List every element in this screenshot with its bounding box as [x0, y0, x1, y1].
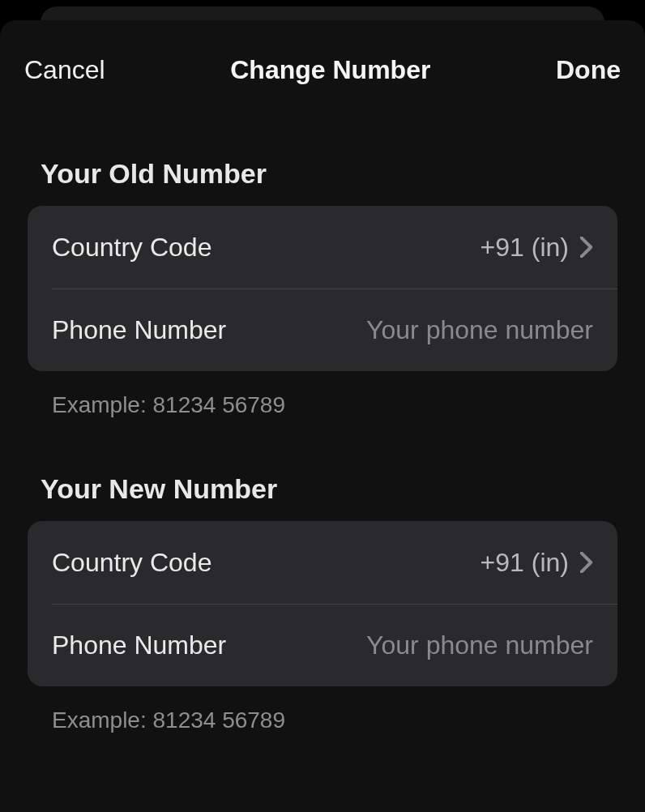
old-country-code-row[interactable]: Country Code +91 (in): [28, 206, 617, 288]
old-phone-row: Phone Number: [52, 288, 617, 371]
chevron-right-icon: [580, 237, 593, 258]
new-number-example: Example: 81234 56789: [28, 686, 617, 733]
page-title: Change Number: [105, 55, 556, 85]
content-area: Your Old Number Country Code +91 (in) Ph…: [0, 97, 645, 733]
old-country-code-value: +91 (in): [481, 233, 569, 263]
navigation-bar: Cancel Change Number Done: [0, 20, 645, 97]
new-country-code-label: Country Code: [52, 548, 211, 578]
old-number-group: Country Code +91 (in) Phone Number: [28, 206, 617, 371]
new-phone-row: Phone Number: [52, 604, 617, 686]
done-button[interactable]: Done: [556, 55, 621, 85]
old-country-code-value-wrap: +91 (in): [481, 233, 593, 263]
chevron-right-icon: [580, 552, 593, 573]
cancel-button[interactable]: Cancel: [24, 55, 105, 85]
new-number-section-header: Your New Number: [28, 473, 617, 521]
old-country-code-label: Country Code: [52, 233, 211, 263]
new-phone-label: Phone Number: [52, 630, 226, 660]
old-phone-label: Phone Number: [52, 315, 226, 345]
new-country-code-row[interactable]: Country Code +91 (in): [28, 521, 617, 604]
old-phone-input[interactable]: [226, 315, 593, 345]
old-number-example: Example: 81234 56789: [28, 371, 617, 418]
new-country-code-value-wrap: +91 (in): [481, 548, 593, 578]
new-phone-input[interactable]: [226, 630, 593, 660]
new-country-code-value: +91 (in): [481, 548, 569, 578]
old-number-section-header: Your Old Number: [28, 158, 617, 206]
new-number-group: Country Code +91 (in) Phone Number: [28, 521, 617, 686]
modal-sheet: Cancel Change Number Done Your Old Numbe…: [0, 20, 645, 812]
